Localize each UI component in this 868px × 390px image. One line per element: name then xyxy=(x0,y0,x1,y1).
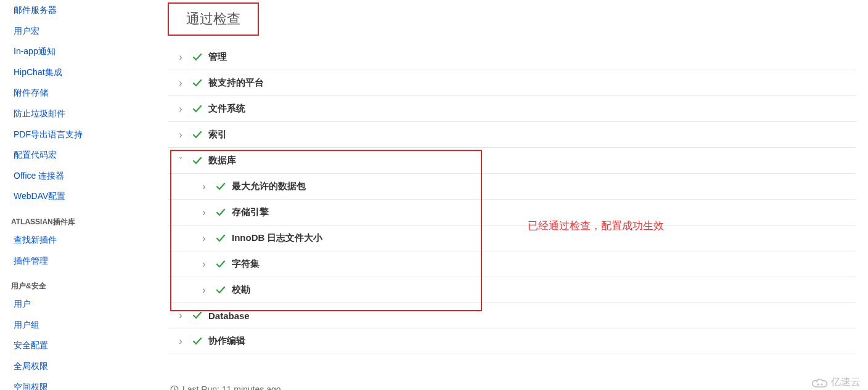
check-label: 文件系统 xyxy=(208,103,245,115)
check-icon xyxy=(192,336,202,346)
check-icon xyxy=(192,52,202,62)
check-icon xyxy=(192,311,202,320)
check-subrow[interactable]: 校勘 xyxy=(168,277,856,303)
sidebar-item[interactable]: 附件存储 xyxy=(6,83,143,104)
svg-point-1 xyxy=(817,383,819,385)
sidebar-item[interactable]: WebDAV配置 xyxy=(6,186,143,207)
chevron-right-icon[interactable] xyxy=(200,181,208,192)
sidebar-item[interactable]: 配置代码宏 xyxy=(6,145,143,166)
sidebar-item[interactable]: 空间权限 xyxy=(6,377,143,391)
check-icon xyxy=(216,182,226,192)
sidebar-item[interactable]: PDF导出语言支持 xyxy=(6,124,143,145)
check-subrow[interactable]: 字符集 xyxy=(168,251,856,277)
sidebar-item[interactable]: 全局权限 xyxy=(6,356,143,377)
chevron-right-icon[interactable] xyxy=(176,336,185,347)
sidebar: 邮件服务器 用户宏 In-app通知 HipChat集成 附件存储 防止垃圾邮件… xyxy=(0,0,143,390)
chevron-right-icon[interactable] xyxy=(176,129,185,140)
check-row[interactable]: 管理 xyxy=(168,44,856,70)
check-icon xyxy=(216,259,226,269)
check-list: 管理 被支持的平台 文件系统 索引 数据库 xyxy=(168,44,856,354)
sidebar-item[interactable]: 安全配置 xyxy=(6,335,143,356)
check-icon xyxy=(192,156,202,166)
check-label: 最大允许的数据包 xyxy=(232,181,306,192)
sidebar-item[interactable]: In-app通知 xyxy=(6,41,143,62)
sidebar-item[interactable]: 用户组 xyxy=(6,315,143,336)
check-label: InnoDB 日志文件大小 xyxy=(232,232,323,244)
check-icon xyxy=(216,234,226,243)
chevron-right-icon[interactable] xyxy=(200,259,208,270)
sidebar-item[interactable]: 邮件服务器 xyxy=(6,0,143,21)
sidebar-section-header-security: 用户&安全 xyxy=(6,271,143,294)
sidebar-item[interactable]: 防止垃圾邮件 xyxy=(6,104,143,124)
chevron-right-icon[interactable] xyxy=(200,285,208,296)
chevron-right-icon[interactable] xyxy=(200,233,208,244)
last-run-text: Last Run: 11 minutes ago xyxy=(182,384,281,390)
check-row[interactable]: 被支持的平台 xyxy=(168,70,856,96)
sidebar-item[interactable]: HipChat集成 xyxy=(6,62,143,83)
check-icon xyxy=(192,78,202,88)
check-icon xyxy=(192,104,202,114)
chevron-right-icon[interactable] xyxy=(200,207,208,218)
check-label: 被支持的平台 xyxy=(208,77,264,89)
check-icon xyxy=(216,208,226,217)
check-row[interactable]: 协作编辑 xyxy=(168,328,856,354)
sidebar-item[interactable]: 用户宏 xyxy=(6,21,143,42)
section-title: 通过检查 xyxy=(168,2,259,36)
sidebar-item[interactable]: Office 连接器 xyxy=(6,166,143,187)
sidebar-section-header-plugins: ATLASSIAN插件库 xyxy=(6,207,143,230)
annotation-text: 已经通过检查，配置成功生效 xyxy=(528,219,664,233)
check-icon xyxy=(216,285,226,295)
check-subrow[interactable]: InnoDB 日志文件大小 xyxy=(168,225,856,251)
check-label: Database xyxy=(208,311,250,321)
check-label: 存储引擎 xyxy=(232,206,269,218)
check-subrow[interactable]: 最大允许的数据包 xyxy=(168,174,856,200)
main-content: 通过检查 管理 被支持的平台 文件系统 索引 xyxy=(143,0,868,390)
sidebar-item[interactable]: 插件管理 xyxy=(6,251,143,272)
check-label: 管理 xyxy=(208,51,227,63)
last-run-footer: Last Run: 11 minutes ago xyxy=(170,384,281,390)
check-row-expanded[interactable]: 数据库 xyxy=(168,148,856,174)
sidebar-item[interactable]: 用户 xyxy=(6,294,143,315)
clock-icon xyxy=(170,385,179,390)
chevron-right-icon[interactable] xyxy=(176,310,185,321)
watermark-text: 亿速云 xyxy=(831,376,861,389)
chevron-right-icon[interactable] xyxy=(176,104,185,115)
check-row[interactable]: 索引 xyxy=(168,122,856,148)
check-row[interactable]: 文件系统 xyxy=(168,96,856,122)
chevron-right-icon[interactable] xyxy=(176,78,185,89)
check-label: 索引 xyxy=(208,129,227,140)
watermark: 亿速云 xyxy=(811,376,861,389)
sidebar-item[interactable]: 查找新插件 xyxy=(6,230,143,251)
check-label: 协作编辑 xyxy=(208,335,245,347)
check-label: 数据库 xyxy=(208,155,236,166)
check-row[interactable]: Database xyxy=(168,303,856,328)
svg-point-2 xyxy=(821,383,822,385)
check-subrow[interactable]: 存储引擎 xyxy=(168,200,856,225)
chevron-right-icon[interactable] xyxy=(176,52,185,63)
check-label: 字符集 xyxy=(232,258,260,270)
check-label: 校勘 xyxy=(232,284,250,296)
check-icon xyxy=(192,130,202,140)
chevron-down-icon[interactable] xyxy=(176,156,185,165)
